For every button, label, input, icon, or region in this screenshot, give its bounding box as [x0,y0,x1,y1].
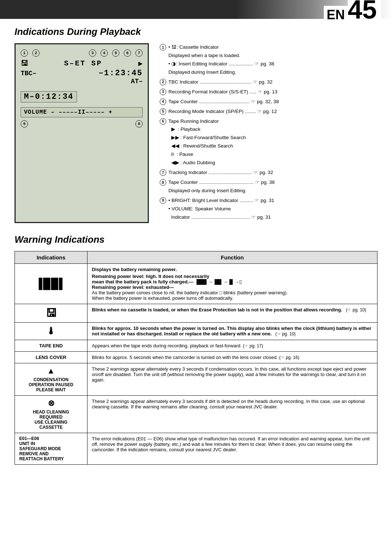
lcd-cassette-icon: 🖫 [21,59,28,68]
func-cassette-ref: (☞ pg. 10) [343,307,366,312]
func-condensation-text: These 2 warnings appear alternately ever… [92,366,367,383]
table-row: LENS COVER Blinks for approx. 5 seconds … [15,351,377,363]
ann-text-7: Tracking Indicator .....................… [168,169,377,177]
circle-8: 8 [135,120,143,128]
lcd-at: AT– [21,78,143,85]
battery-icon-display: ▐██▌ [19,278,83,290]
circle-2: 2 [32,49,40,57]
top-bar: EN45 [0,0,392,19]
func-battery-detail2: Remaining power level: exhausted— [92,284,373,290]
ann-8: 8 Tape Counter .........................… [160,178,377,195]
tape-end-label: TAPE END [39,343,63,348]
condensation-label: CONDENSATIONOPERATION PAUSEDPLEASE WAIT [19,377,83,392]
lcd-tbc-label: TBC– [21,70,36,77]
table-row: ▐██▌ Displays the battery remaining powe… [15,263,377,304]
func-battery-detail1: Remaining power level: high. It does not… [92,274,373,284]
ann-text-2: TBC Indicator ..........................… [168,78,377,86]
circle-5: 5 [112,49,119,57]
ann-text-4: Tape Counter ...........................… [168,98,377,106]
table-row: TAPE END Appears when the tape ends duri… [15,340,377,351]
indication-battery: ▐██▌ [15,263,87,304]
ann-1: 1 • 🖫: Cassette Indicator Displayed when… [160,43,377,77]
lcd-time-container: M–0:12:34 [21,92,143,101]
condensation-icon: ▲ [19,366,83,376]
function-dew: Blinks for approx. 10 seconds when the p… [87,322,377,340]
head-clean-label: HEAD CLEANINGREQUIREDUSE CLEANINGCASSETT… [19,409,83,430]
ann-text-1: • 🖫: Cassette Indicator Displayed when a… [168,43,377,77]
col-header-indications: Indications [15,251,87,263]
func-battery-bold: Displays the battery remaining power. [92,267,373,272]
ann-text-8: Tape Counter ...........................… [168,178,377,195]
ann-7: 7 Tracking Indicator ...................… [160,169,377,177]
function-tape-end: Appears when the tape ends during record… [87,340,377,351]
ann-6-sub2: ▶▶ : Fast-Forward/Shuttle Search [168,135,246,140]
table-header-row: Indications Function [15,251,377,263]
ann-5: 5 Recording Mode Indicator (SP/EP) .....… [160,108,377,116]
indication-error: E01—E06UNIT INSAFEGUARD MODEREMOVE ANDRE… [15,433,87,464]
lcd-top-circle-row: 1 2 3 4 5 6 7 [21,49,143,57]
lcd-set-sp: S–ET SP [64,59,102,68]
ann-4: 4 Tape Counter .........................… [160,98,377,106]
warning-table: Indications Function ▐██▌ Displays the b… [15,251,377,465]
lcd-panel: 1 2 3 4 5 6 7 🖫 S–ET SP ▶ TBC– [15,43,149,223]
ann-2: 2 TBC Indicator ........................… [160,78,377,86]
ann-1-line1: • 🖫: Cassette Indicator [168,44,219,50]
ann-6-sub3: ◀◀ : Rewind/Shuttle Search [168,143,233,149]
lcd-play-icon: ▶ [138,59,143,68]
lcd-bottom-nums: 9 8 [21,120,143,128]
col-header-function: Function [87,251,377,263]
indication-head-clean: ⊗ HEAD CLEANINGREQUIREDUSE CLEANINGCASSE… [15,395,87,433]
main-content: Indications During Playback 1 2 3 4 5 6 … [0,19,392,472]
playback-section: 1 2 3 4 5 6 7 🖫 S–ET SP ▶ TBC– [15,43,377,223]
function-error: The error indications (E01 — E06) show w… [87,433,377,464]
ann-num-3: 3 [160,89,166,95]
head-clean-icon: ⊗ [19,399,83,408]
lcd-line1: 🖫 S–ET SP ▶ [21,59,143,68]
lcd-volume: VOLUME – –––––II––––– + [21,107,143,117]
func-battery-detail3: As the battery power comes close to nil,… [92,290,373,301]
circle-6: 6 [124,49,131,57]
ann-num-7: 7 [160,169,166,176]
ann-9: 9 • BRIGHT: Bright Level Indicator .....… [160,197,377,222]
ann-6-sub5: ◀▶ : Audio Dubbing [168,160,215,165]
error-label: E01—E06UNIT INSAFEGUARD MODEREMOVE ANDRE… [19,436,83,461]
func-dew-text: Blinks for approx. 10 seconds when the p… [92,326,371,336]
table-row: E01—E06UNIT INSAFEGUARD MODEREMOVE ANDRE… [15,433,377,464]
circle-nums-top: 1 2 [21,49,40,57]
function-lens-cover: Blinks for approx. 5 seconds when the ca… [87,351,377,363]
function-condensation: These 2 warnings appear alternately ever… [87,363,377,395]
ann-num-9: 9 [160,197,166,204]
ann-6: 6 Tape Running Indicator ▶ : Playback ▶▶… [160,117,377,167]
lcd-time: M–0:12:34 [21,91,77,102]
indication-lens-cover: LENS COVER [15,351,87,363]
circle-1: 1 [21,49,28,57]
table-row: 🌡 Blinks for approx. 10 seconds when the… [15,322,377,340]
ann-text-5: Recording Mode Indicator (SP/EP) .......… [168,108,377,116]
lcd-counter: –1:23:45 [98,69,143,78]
circle-7: 7 [135,49,143,57]
cassette-icon-display: 🖫 [46,307,57,319]
lens-cover-label: LENS COVER [36,355,66,360]
indication-condensation: ▲ CONDENSATIONOPERATION PAUSEDPLEASE WAI… [15,363,87,395]
ann-text-3: Recording Format Indicator (S/S-ET) ....… [168,88,377,96]
func-error-text: The error indications (E01 — E06) show w… [92,436,369,452]
warning-section-title: Warning Indications [15,234,377,245]
lcd-tbc-row: TBC– –1:23:45 [21,69,143,78]
ann-text-6: Tape Running Indicator ▶ : Playback ▶▶ :… [168,117,377,167]
ann-text-9: • BRIGHT: Bright Level Indicator .......… [168,197,377,222]
page-number: 45 [348,0,381,23]
ann-3: 3 Recording Format Indicator (S/S-ET) ..… [160,88,377,96]
ann-6-sub4: II : Pause [168,152,193,157]
ann-1-line3: • ◑: Insert Editing Indicator ..........… [168,61,274,66]
ann-1-line4: Displayed during Insert Editing. [168,69,236,75]
battery-diagram: ▐██▌→▐█▌→▐▌→▯ [195,279,242,284]
circle-4: 4 [101,49,108,57]
indication-dew: 🌡 [15,322,87,340]
ann-num-1: 1 [160,44,166,51]
ann-num-6: 6 [160,118,166,125]
func-cassette-text: Blinks when no cassette is loaded, or wh… [92,307,342,312]
table-row: ▲ CONDENSATIONOPERATION PAUSEDPLEASE WAI… [15,363,377,395]
circle-3: 3 [89,49,96,57]
function-battery: Displays the battery remaining power. Re… [87,263,377,304]
func-lens-cover-text: Blinks for approx. 5 seconds when the ca… [92,355,278,360]
